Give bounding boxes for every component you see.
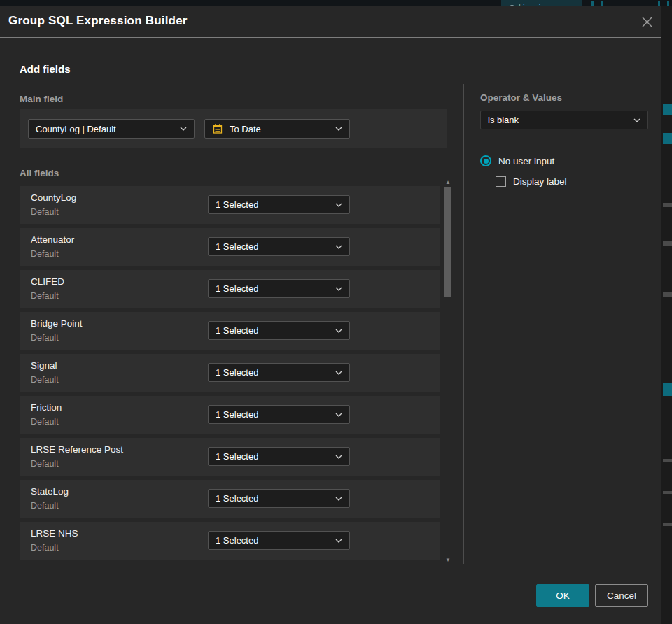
field-name: CountyLog [31, 192, 76, 203]
sliver-fragment [663, 241, 672, 246]
operator-values-heading: Operator & Values [480, 92, 562, 103]
toolbar-fragment [667, 1, 669, 6]
field-name: StateLog [31, 486, 69, 497]
field-selection-value: 1 Selected [216, 493, 258, 504]
field-row[interactable]: LRSE Reference Post Default 1 Selected [20, 438, 440, 476]
main-field-heading: Main field [20, 94, 63, 104]
field-selection-dropdown[interactable]: 1 Selected [208, 321, 350, 340]
chevron-down-icon [335, 329, 342, 333]
date-type-dropdown[interactable]: To Date [204, 119, 350, 139]
field-selection-dropdown[interactable]: 1 Selected [208, 237, 350, 256]
chevron-down-icon [180, 127, 187, 131]
group-sql-expression-builder-dialog: Group SQL Expression Builder Add fields … [0, 6, 662, 624]
chevron-down-icon [335, 497, 342, 501]
field-selection-value: 1 Selected [216, 367, 258, 378]
field-sublabel: Default [31, 207, 59, 217]
field-row[interactable]: CLIFED Default 1 Selected [20, 270, 440, 308]
close-button[interactable] [636, 11, 657, 32]
dialog-title: Group SQL Expression Builder [8, 14, 188, 28]
field-selection-dropdown[interactable]: 1 Selected [208, 489, 350, 508]
field-sublabel: Default [31, 417, 59, 427]
all-fields-heading: All fields [20, 168, 59, 178]
field-row[interactable]: Bridge Point Default 1 Selected [20, 312, 440, 350]
toolbar-separator [619, 1, 620, 6]
field-sublabel: Default [31, 375, 59, 385]
field-sublabel: Default [31, 291, 59, 301]
add-fields-heading: Add fields [20, 63, 71, 75]
display-label-label: Display label [513, 176, 567, 187]
field-name: LRSE Reference Post [31, 444, 123, 455]
field-row[interactable]: StateLog Default 1 Selected [20, 480, 440, 518]
sliver-fragment [663, 104, 672, 115]
field-row[interactable]: Signal Default 1 Selected [20, 354, 440, 392]
scrollbar-down-arrow-icon[interactable]: ▼ [444, 557, 452, 564]
toolbar-separator [633, 1, 634, 6]
main-field-container: CountyLog | Default To Date [20, 109, 447, 148]
display-label-checkbox[interactable]: Display label [496, 176, 567, 187]
cancel-button[interactable]: Cancel [595, 584, 648, 607]
operator-dropdown-value: is blank [488, 115, 519, 125]
field-name: CLIFED [31, 276, 64, 287]
chevron-down-icon [335, 371, 342, 375]
no-user-input-label: No user input [498, 156, 554, 166]
ok-button[interactable]: OK [536, 584, 589, 607]
sliver-fragment [663, 491, 672, 494]
field-selection-value: 1 Selected [216, 409, 258, 420]
field-selection-dropdown[interactable]: 1 Selected [208, 531, 350, 550]
field-selection-dropdown[interactable]: 1 Selected [208, 363, 350, 382]
toolbar-fragment [658, 1, 660, 6]
live-view-button[interactable]: Live view [501, 0, 582, 6]
background-app-right-sliver [662, 6, 672, 624]
field-row[interactable]: CountyLog Default 1 Selected [20, 186, 440, 224]
field-row[interactable]: Friction Default 1 Selected [20, 396, 440, 434]
field-sublabel: Default [31, 543, 59, 553]
sliver-fragment [663, 459, 672, 462]
field-selection-value: 1 Selected [216, 325, 258, 336]
chevron-down-icon [335, 245, 342, 249]
scrollbar-thumb[interactable] [444, 187, 451, 297]
dialog-titlebar: Group SQL Expression Builder [0, 6, 662, 38]
chevron-down-icon [335, 127, 342, 131]
all-fields-list: CountyLog Default 1 Selected Attenuator … [20, 186, 440, 564]
field-selection-value: 1 Selected [216, 535, 258, 546]
main-field-dropdown-value: CountyLog | Default [36, 124, 116, 134]
operator-dropdown[interactable]: is blank [480, 111, 648, 129]
toolbar-fragment [592, 1, 594, 6]
field-selection-value: 1 Selected [216, 283, 258, 294]
sliver-fragment [663, 292, 672, 297]
field-row[interactable]: Attenuator Default 1 Selected [20, 228, 440, 266]
field-name: Friction [31, 402, 62, 413]
sliver-fragment [663, 203, 672, 207]
sliver-fragment [663, 133, 672, 144]
field-selection-dropdown[interactable]: 1 Selected [208, 279, 350, 298]
chevron-down-icon [335, 413, 342, 417]
field-selection-dropdown[interactable]: 1 Selected [208, 405, 350, 424]
close-icon [641, 16, 653, 28]
date-type-dropdown-value: To Date [230, 124, 261, 134]
field-selection-value: 1 Selected [216, 199, 258, 210]
no-user-input-radio[interactable]: No user input [480, 155, 554, 166]
column-divider [463, 84, 464, 564]
toolbar-separator [647, 1, 648, 6]
radio-selected-icon [480, 155, 491, 166]
scrollbar-up-arrow-icon[interactable]: ▲ [444, 179, 452, 186]
sliver-fragment [663, 383, 672, 396]
chevron-down-icon [335, 455, 342, 459]
toolbar-fragment [601, 1, 603, 6]
calendar-icon [212, 123, 223, 134]
field-selection-value: 1 Selected [216, 451, 258, 462]
chevron-down-icon [335, 287, 342, 291]
field-name: LRSE NHS [31, 528, 78, 539]
background-app-top-strip: Live view [0, 0, 672, 6]
field-sublabel: Default [31, 459, 59, 469]
fields-scrollbar[interactable]: ▲ ▼ [444, 179, 452, 564]
sliver-fragment [663, 523, 672, 526]
chevron-down-icon [634, 118, 640, 122]
field-name: Bridge Point [31, 318, 83, 329]
checkbox-unchecked-icon [496, 176, 506, 187]
field-row[interactable]: LRSE NHS Default 1 Selected [20, 522, 440, 560]
field-selection-dropdown[interactable]: 1 Selected [208, 195, 350, 214]
field-selection-dropdown[interactable]: 1 Selected [208, 447, 350, 466]
field-sublabel: Default [31, 249, 59, 259]
main-field-dropdown[interactable]: CountyLog | Default [28, 119, 195, 139]
